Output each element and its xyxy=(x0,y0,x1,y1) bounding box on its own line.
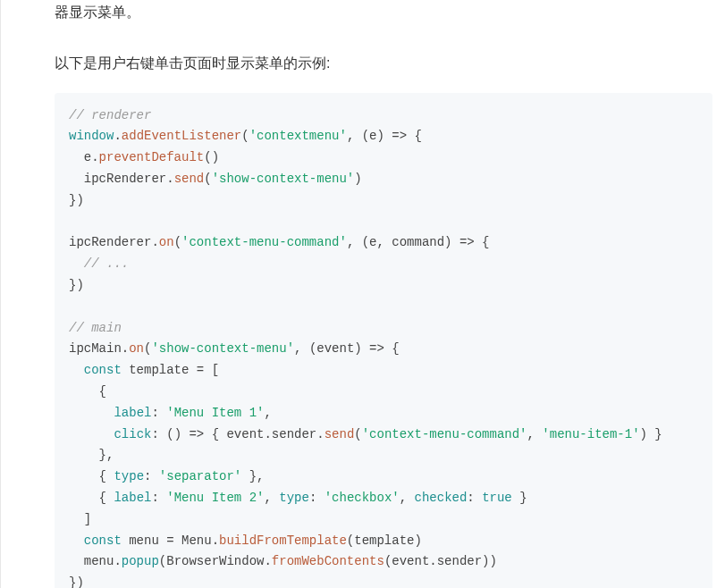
code-block[interactable]: // renderer window.addEventListener('con… xyxy=(55,93,712,588)
paragraph-fragment: 器显示菜单。 xyxy=(55,0,725,26)
code-content: // renderer window.addEventListener('con… xyxy=(69,105,698,588)
paragraph-intro: 以下是用户右键单击页面时显示菜单的示例: xyxy=(55,51,725,77)
